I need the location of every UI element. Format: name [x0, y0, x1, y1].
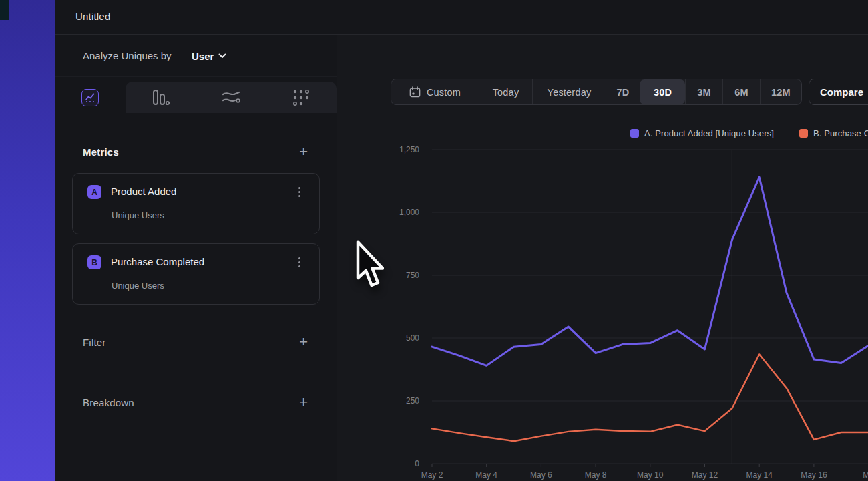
add-filter-button[interactable]: +	[298, 336, 309, 348]
range-6m[interactable]: 6M	[722, 79, 760, 104]
legend-label: B. Purchase C	[813, 128, 868, 138]
x-axis-tick: May 16	[794, 470, 834, 480]
tab-dots-grid[interactable]	[266, 82, 336, 113]
left-nav-strip	[0, 0, 55, 481]
metric-title: Purchase Completed	[111, 256, 204, 267]
compare-button[interactable]: Compare	[809, 79, 868, 105]
legend-swatch-b	[799, 129, 808, 138]
range-7d[interactable]: 7D	[606, 79, 640, 104]
x-axis-tick: May 6	[521, 470, 561, 480]
x-axis-tick: May 2	[412, 470, 452, 480]
breakdown-row: Breakdown +	[83, 395, 309, 409]
y-axis-tick: 1,000	[366, 208, 419, 217]
tab-line-chart[interactable]	[55, 82, 125, 113]
corner-square	[0, 0, 9, 20]
legend-swatch-a	[630, 129, 639, 138]
range-12m[interactable]: 12M	[760, 79, 801, 104]
y-axis-tick: 750	[366, 271, 419, 280]
x-axis-tick: May 10	[630, 470, 670, 480]
range-30d[interactable]: 30D	[640, 79, 685, 104]
range-yesterday[interactable]: Yesterday	[532, 79, 606, 104]
chart-type-tabs	[55, 77, 337, 113]
metric-badge-a: A	[87, 185, 101, 199]
legend-label: A. Product Added [Unique Users]	[644, 128, 774, 138]
analyze-label: Analyze Uniques by	[83, 50, 172, 61]
metric-card-b[interactable]: B Purchase Completed Unique Users	[72, 243, 320, 305]
top-header: Untitled	[55, 0, 868, 35]
kebab-menu-icon[interactable]	[294, 255, 304, 269]
range-custom[interactable]: Custom	[391, 79, 479, 104]
tab-bar-chart[interactable]	[126, 82, 196, 113]
y-axis-tick: 1,250	[366, 145, 419, 154]
metrics-header: Metrics +	[83, 145, 309, 158]
chevron-down-icon	[218, 53, 226, 59]
y-axis-tick: 500	[366, 333, 419, 343]
query-sidebar: Analyze Uniques by User	[55, 35, 337, 481]
date-range-control: Custom Today Yesterday 7D 30D 3M 6M 12M	[391, 79, 802, 105]
y-axis-tick: 0	[366, 459, 419, 468]
calendar-icon	[409, 86, 421, 98]
line-chart-icon	[81, 89, 99, 106]
x-axis-tick: May 14	[739, 470, 779, 480]
analyze-by-select[interactable]: User	[192, 47, 226, 65]
metrics-title: Metrics	[83, 146, 119, 158]
metric-card-a[interactable]: A Product Added Unique Users	[72, 173, 320, 234]
y-axis-tick: 250	[366, 396, 419, 406]
tab-flow-chart[interactable]	[196, 82, 266, 113]
dots-grid-icon	[292, 89, 310, 106]
kebab-menu-icon[interactable]	[294, 185, 304, 198]
report-title: Untitled	[75, 11, 110, 22]
add-metric-button[interactable]: +	[298, 146, 309, 158]
analyze-row: Analyze Uniques by User	[55, 35, 337, 77]
legend-item-a: A. Product Added [Unique Users]	[630, 128, 774, 138]
metric-subtitle: Unique Users	[112, 281, 164, 291]
x-axis-tick: May 8	[576, 470, 616, 480]
x-axis-tick: May 4	[467, 470, 507, 480]
add-breakdown-button[interactable]: +	[298, 396, 309, 408]
bar-chart-icon	[152, 89, 170, 106]
x-axis-tick: May 12	[685, 470, 725, 480]
metric-title: Product Added	[111, 186, 176, 197]
metric-subtitle: Unique Users	[112, 210, 164, 220]
range-today[interactable]: Today	[479, 79, 532, 104]
breakdown-label: Breakdown	[83, 397, 134, 408]
mouse-cursor-icon	[353, 240, 384, 292]
x-axis-tick: Ma	[849, 470, 868, 480]
filter-label: Filter	[83, 337, 106, 348]
legend-item-b: B. Purchase C	[799, 128, 868, 138]
filter-row: Filter +	[83, 335, 309, 349]
metric-badge-b: B	[87, 255, 101, 269]
flow-chart-icon	[222, 90, 240, 106]
range-3m[interactable]: 3M	[685, 79, 722, 104]
